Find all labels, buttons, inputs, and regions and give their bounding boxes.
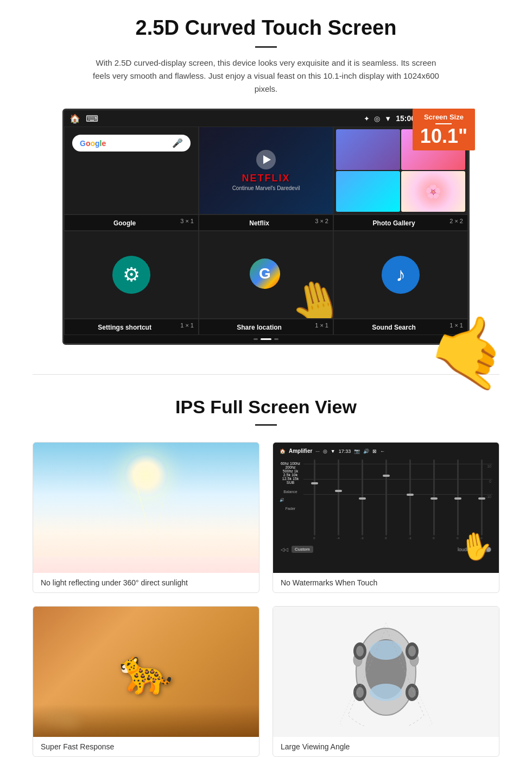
google-app-name: Google [113, 219, 136, 227]
google-search-bar[interactable]: Google 🎤 [72, 135, 191, 152]
gallery-app-size: 2 × 2 [449, 218, 463, 224]
amp-vol-icon: 🔊 [363, 449, 369, 454]
car-top-view [273, 607, 499, 737]
eq-fader-label: Fader [280, 507, 301, 510]
gallery-photo-1 [336, 129, 400, 170]
android-screen: 🏠 ⌨ ✦ ◎ ▼ 15:06 📷 🔊 ⊠ ▭ [62, 109, 470, 345]
eq-labels: 60hz 100hz 200hz 500hz 1k 2.5k 10k 12.5k… [280, 459, 301, 542]
eq-thumb-7[interactable] [454, 497, 461, 500]
google-app-size: 3 × 1 [180, 218, 194, 224]
amp-status-bar: 🏠 Amplifier ··· ◎ ▼ 17:33 📷 🔊 ⊠ ← [277, 447, 495, 455]
flower-image: 🌸 [401, 171, 465, 212]
eq-volume-icon: 🔊 [280, 498, 301, 502]
eq-sliders: 10 0 -10 0 [303, 459, 492, 542]
share-app-name: Share location [237, 324, 282, 331]
dot-3 [274, 338, 278, 340]
amp-time: 17:33 [339, 449, 351, 454]
section-curved-screen: 2.5D Curved Touch Screen With 2.5D curve… [0, 0, 532, 358]
svg-point-13 [408, 687, 416, 698]
screen-size-badge: Screen Size 10.1" [413, 109, 475, 150]
eq-thumb-6[interactable] [430, 497, 438, 500]
watermark-label-text: No Watermarks When Touch [281, 578, 377, 587]
eq-thumb-4[interactable] [383, 475, 390, 477]
features-grid: No light reflecting under 360° direct su… [33, 442, 499, 757]
svg-point-11 [408, 646, 416, 657]
feature-angle-label: Large Viewing Angle [273, 737, 499, 756]
netflix-label: Netflix 3 × 2 [199, 215, 333, 231]
netflix-app-size: 3 × 2 [315, 218, 328, 224]
location-icon: ◎ [374, 115, 380, 123]
eq-col-3[interactable]: -3 [351, 459, 373, 540]
car-svg [337, 617, 435, 726]
feature-watermark: 🏠 Amplifier ··· ◎ ▼ 17:33 📷 🔊 ⊠ ← [273, 442, 499, 593]
feature-fast-label: Super Fast Response [33, 737, 259, 756]
eq-col-6[interactable]: 0 [423, 459, 445, 540]
eq-col-7[interactable]: 0 [447, 459, 468, 540]
badge-label: Screen Size [420, 113, 467, 121]
share-app-size: 1 × 1 [315, 322, 328, 329]
section1-title: 2.5D Curved Touch Screen [33, 16, 499, 40]
amp-home-icon: 🏠 [280, 449, 286, 454]
share-label: Share location 1 × 1 [199, 319, 333, 335]
settings-app-size: 1 × 1 [180, 322, 194, 329]
amp-dots: ··· [315, 449, 320, 454]
amp-back-btn[interactable]: ◁◁ [281, 547, 288, 552]
eq-col-4[interactable]: 0 [375, 459, 397, 540]
netflix-play-button[interactable] [256, 150, 276, 169]
amp-back-icon: ← [380, 449, 385, 454]
bluetooth-icon: ✦ [364, 115, 370, 123]
eq-col-1[interactable]: 0 [303, 459, 325, 540]
section-ips-view: IPS Full Screen View No light reflecting… [0, 391, 532, 757]
gallery-app-name: Photo Gallery [373, 219, 415, 227]
eq-col-5[interactable]: -3 [399, 459, 421, 540]
google-label: Google 3 × 1 [64, 215, 199, 231]
eq-thumb-8[interactable] [478, 497, 485, 500]
maps-icon: G [250, 258, 282, 291]
amp-camera-icon: 📷 [354, 449, 360, 454]
settings-icon-circle: ⚙ [112, 256, 150, 294]
sky-image [33, 443, 259, 573]
eq-thumb-1[interactable] [311, 482, 318, 484]
gallery-photo-3 [336, 171, 400, 212]
music-note-icon: ♪ [396, 263, 406, 286]
sunlight-label-text: No light reflecting under 360° direct su… [41, 578, 188, 587]
feature-sunlight-label: No light reflecting under 360° direct su… [33, 573, 259, 592]
amp-close-icon: ⊠ [372, 449, 377, 454]
amp-custom-button[interactable]: Custom [292, 546, 313, 553]
eq-thumb-5[interactable] [407, 494, 414, 496]
light-overlay [33, 513, 259, 557]
section2-underline [255, 424, 277, 426]
eq-thumb-3[interactable] [359, 497, 366, 500]
svg-point-10 [356, 646, 364, 657]
section2-title: IPS Full Screen View [33, 396, 499, 418]
google-logo: Google [80, 139, 106, 148]
eq-col-2[interactable]: -4 [327, 459, 349, 540]
title-underline [255, 46, 277, 48]
settings-app-name: Settings shortcut [98, 324, 151, 331]
eq-freq-labels: 60hz 100hz 200hz 500hz 1k 2.5k 10k 12.5k… [280, 462, 301, 485]
app-label-row2: Settings shortcut 1 × 1 Share location 1… [64, 319, 468, 335]
eq-controls: 60hz 100hz 200hz 500hz 1k 2.5k 10k 12.5k… [277, 457, 495, 544]
amp-wifi-icon: ▼ [331, 449, 335, 454]
angle-label-text: Large Viewing Angle [281, 742, 350, 751]
home-icon[interactable]: 🏠 [69, 113, 80, 124]
dust-cloud-2 [60, 718, 82, 729]
share-location-widget[interactable]: G 🤚 [199, 231, 333, 319]
amp-location-icon: ◎ [323, 449, 327, 454]
dot-2-active [261, 338, 271, 340]
svg-point-2 [370, 640, 402, 660]
google-mic-icon[interactable]: 🎤 [172, 138, 183, 148]
settings-widget[interactable]: ⚙ ⚙ [64, 231, 199, 319]
app-grid-row1: Google 🎤 NETFLIX Continue Marvel's Dar [64, 127, 468, 215]
netflix-app-name: Netflix [249, 219, 269, 227]
amplifier-screen: 🏠 Amplifier ··· ◎ ▼ 17:33 📷 🔊 ⊠ ← [273, 443, 499, 573]
feature-viewing-angle: Large Viewing Angle [273, 606, 499, 757]
usb-icon: ⌨ [86, 113, 98, 124]
eq-balance-label: Balance [280, 490, 301, 494]
section1-description: With 2.5D curved-display screen, this de… [92, 56, 440, 96]
cheetah-emoji: 🐆 [119, 646, 173, 697]
eq-thumb-2[interactable] [335, 490, 342, 492]
netflix-widget[interactable]: NETFLIX Continue Marvel's Daredevil [199, 127, 333, 215]
google-widget[interactable]: Google 🎤 [64, 127, 199, 215]
app-label-row1: Google 3 × 1 Netflix 3 × 2 Photo Gallery… [64, 215, 468, 231]
